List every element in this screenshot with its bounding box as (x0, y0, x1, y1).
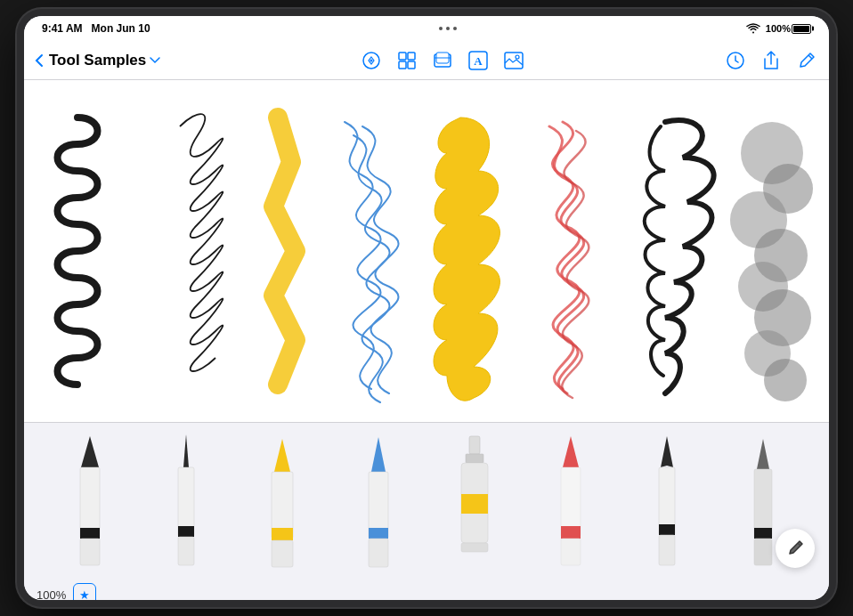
canvas-area[interactable] (24, 80, 829, 422)
svg-rect-2 (399, 53, 406, 60)
share-icon[interactable] (760, 49, 783, 72)
toolbar: Tool Samples (24, 41, 829, 80)
tools-row (24, 423, 829, 583)
drawing-scribble-red (549, 122, 589, 398)
time-display: 9:41 AM (42, 22, 83, 35)
drawing-squiggle-black (58, 118, 98, 385)
toolbar-center: A (167, 49, 717, 72)
toolbar-left: Tool Samples (35, 52, 160, 69)
canvas-svg (24, 80, 829, 422)
pencil-fab-button[interactable] (776, 529, 815, 568)
dot3 (453, 27, 457, 30)
svg-rect-45 (561, 526, 581, 539)
back-chevron-icon (35, 53, 44, 68)
svg-marker-22 (81, 436, 99, 467)
svg-point-1 (370, 59, 372, 61)
svg-rect-39 (466, 454, 483, 463)
svg-point-21 (764, 359, 807, 401)
wifi-icon (746, 23, 760, 34)
svg-rect-41 (461, 494, 488, 514)
title-chevron-icon (150, 57, 160, 64)
tools-panel: 100% ★ (24, 422, 829, 600)
ipad-frame: 9:41 AM Mon Jun 10 100% (17, 9, 836, 607)
battery-display: 100% (766, 23, 811, 34)
marker-svg (251, 432, 313, 574)
svg-rect-3 (408, 53, 415, 60)
text-icon[interactable]: A (467, 49, 490, 72)
svg-text:A: A (474, 54, 483, 68)
svg-rect-29 (178, 537, 194, 565)
paint-svg (443, 432, 506, 574)
svg-rect-53 (754, 539, 772, 565)
drawing-blob-yellow (434, 118, 500, 401)
favorite-button[interactable]: ★ (73, 583, 96, 600)
ipad-screen: 9:41 AM Mon Jun 10 100% (24, 16, 829, 600)
history-icon[interactable] (724, 49, 747, 72)
drawing-zigzag-yellow (273, 118, 296, 385)
pen-nib-icon[interactable] (360, 49, 383, 72)
dot2 (446, 27, 450, 30)
tool-pencil[interactable] (54, 432, 126, 574)
drawing-scribble-blue (345, 122, 399, 402)
svg-rect-46 (561, 539, 581, 565)
svg-rect-4 (399, 61, 406, 69)
svg-rect-48 (659, 524, 675, 535)
brushpen-svg (347, 432, 410, 574)
svg-rect-38 (469, 436, 480, 454)
svg-marker-34 (371, 437, 386, 472)
svg-point-12 (516, 55, 519, 59)
drawing-watercolor-gray (730, 122, 813, 401)
crayon-svg (540, 432, 602, 574)
fineliner-svg (155, 432, 217, 574)
svg-rect-36 (369, 528, 388, 539)
svg-rect-5 (408, 61, 415, 69)
svg-rect-33 (272, 540, 293, 567)
svg-marker-43 (563, 436, 579, 467)
zoom-label: 100% (37, 588, 66, 601)
layers-icon[interactable] (431, 49, 454, 72)
battery-icon (792, 24, 811, 34)
svg-marker-30 (274, 439, 290, 472)
grid-icon[interactable] (395, 49, 418, 72)
date-display: Mon Jun 10 (92, 22, 150, 35)
svg-marker-50 (757, 439, 769, 469)
tool-paint[interactable] (439, 432, 510, 574)
status-left: 9:41 AM Mon Jun 10 (42, 22, 150, 35)
svg-rect-28 (178, 526, 194, 537)
tools-bottom-bar: 100% ★ (24, 583, 829, 600)
svg-rect-52 (754, 528, 772, 539)
tool-marker[interactable] (247, 432, 318, 574)
svg-marker-26 (183, 434, 189, 467)
drawing-loops-black (180, 114, 223, 371)
image-icon[interactable] (502, 49, 525, 72)
drawing-calligraphy-black (645, 120, 714, 393)
status-right: 100% (746, 23, 811, 34)
back-button[interactable] (35, 53, 44, 68)
dot1 (439, 27, 443, 30)
svg-rect-42 (461, 543, 488, 552)
pencil-svg (59, 432, 121, 574)
status-bar: 9:41 AM Mon Jun 10 100% (24, 16, 829, 41)
tool-calligraphy[interactable] (631, 432, 703, 574)
svg-rect-32 (272, 528, 293, 540)
tool-brushpen[interactable] (343, 432, 414, 574)
toolbar-right (724, 49, 818, 72)
svg-rect-24 (80, 528, 100, 539)
svg-rect-49 (659, 535, 675, 565)
svg-rect-37 (369, 539, 388, 567)
calligraphy-svg (636, 432, 698, 574)
page-title: Tool Samples (49, 52, 146, 69)
svg-rect-25 (80, 539, 100, 565)
pencil-fab-icon (785, 539, 805, 558)
tool-fineliner[interactable] (150, 432, 222, 574)
status-center (439, 27, 457, 30)
title-group[interactable]: Tool Samples (49, 52, 160, 69)
edit-icon[interactable] (795, 49, 818, 72)
tool-crayon[interactable] (535, 432, 606, 574)
